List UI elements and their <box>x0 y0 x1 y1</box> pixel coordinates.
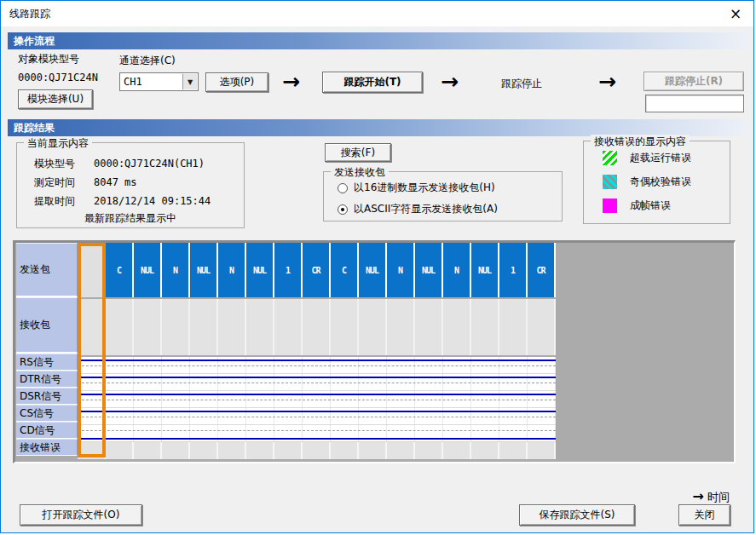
section-header-operation-flow: 操作流程 <box>8 32 748 49</box>
signal-dashed-reference <box>78 400 556 400</box>
send-packet-cell[interactable]: N <box>162 243 190 297</box>
signal-line-high <box>78 411 556 412</box>
send-packet-cell[interactable]: C <box>331 243 359 297</box>
send-packet-cell[interactable]: C <box>106 243 134 297</box>
target-module-label: 对象模块型号 <box>18 52 79 66</box>
cursor-column-cell[interactable] <box>78 243 106 297</box>
receive-packet-cell[interactable] <box>190 299 218 355</box>
signal-line-high <box>78 360 556 361</box>
close-button[interactable]: 关闭 <box>678 504 730 526</box>
receive-error-item: 奇偶校验错误 <box>603 175 691 189</box>
radio-button-icon[interactable] <box>338 204 348 215</box>
receive-packet-cell[interactable] <box>331 299 359 355</box>
send-packet-cell[interactable]: N <box>387 243 415 297</box>
packet-display-group-title: 发送接收包 <box>331 165 389 180</box>
signal-row-rs[interactable] <box>78 357 556 374</box>
options-button[interactable]: 选项(P) <box>205 72 268 92</box>
radio-hex-label: 以16进制数显示发送接收包(H) <box>354 181 495 195</box>
signal-dashed-reference <box>78 417 556 417</box>
receive-packet-cell[interactable] <box>415 299 443 355</box>
send-packet-cell[interactable]: 1 <box>499 243 528 297</box>
receive-packet-cell[interactable] <box>387 299 415 355</box>
receive-packet-cell[interactable] <box>246 299 274 355</box>
send-packet-cell[interactable]: NUL <box>415 243 443 297</box>
module-select-button[interactable]: 模块选择(U) <box>18 89 93 109</box>
signal-row-cd[interactable] <box>78 425 556 442</box>
row-label-receive-packet: 接收包 <box>16 297 78 354</box>
send-packet-cell[interactable]: CR <box>528 243 556 297</box>
chevron-down-icon[interactable]: ▼ <box>182 74 197 89</box>
receive-packet-cell[interactable] <box>499 299 528 355</box>
receive-error-item-label: 成帧错误 <box>630 198 671 213</box>
close-icon[interactable]: × <box>724 3 747 25</box>
line-trace-dialog: 线路跟踪 × 操作流程 对象模块型号 0000:QJ71C24N 模块选择(U)… <box>0 0 754 533</box>
receive-packet-cell[interactable] <box>274 299 303 355</box>
receive-packet-cell[interactable] <box>218 299 246 355</box>
trace-stop-text: 跟踪停止 <box>501 77 542 91</box>
signal-line-high <box>78 394 556 395</box>
signal-row-cs[interactable] <box>78 408 556 425</box>
signal-row-dtr[interactable] <box>78 374 556 391</box>
receive-error-item: 超载运行错误 <box>603 151 691 165</box>
send-packet-cell[interactable]: N <box>443 243 471 297</box>
row-label-signal: RS信号 <box>16 354 78 371</box>
receive-packet-cell[interactable] <box>106 299 134 355</box>
time-axis-arrow-icon: → <box>693 488 704 504</box>
signal-dashed-reference <box>78 430 556 431</box>
receive-packet-cell[interactable] <box>359 299 387 355</box>
packet-display-group: 发送接收包 以16进制数显示发送接收包(H) 以ASCII字符显示发送接收包(A… <box>323 171 563 221</box>
current-display-group-title: 当前显示内容 <box>24 136 92 151</box>
send-packet-cell[interactable]: 1 <box>274 243 303 297</box>
open-trace-file-button[interactable]: 打开跟踪文件(O) <box>20 504 142 526</box>
trace-stop-status-field[interactable] <box>645 95 744 112</box>
channel-select-label: 通道选择(C) <box>119 54 176 68</box>
receive-error-item: 成帧错误 <box>603 198 671 213</box>
latest-result-status-text: 最新跟踪结果显示中 <box>17 211 244 226</box>
row-label-send-packet: 发送包 <box>16 243 78 297</box>
receive-packet-cell[interactable] <box>528 299 556 355</box>
title-bar: 线路跟踪 × <box>1 1 753 26</box>
send-packet-cell[interactable]: NUL <box>246 243 274 297</box>
field-value: 8047 ms <box>94 176 137 188</box>
send-packet-cell[interactable]: N <box>218 243 246 297</box>
radio-button-icon[interactable] <box>338 183 348 193</box>
row-label-signal: CS信号 <box>16 405 78 422</box>
send-packet-cell[interactable]: NUL <box>359 243 387 297</box>
section-header-trace-result: 跟踪结果 <box>8 119 748 136</box>
flow-arrow-icon: → <box>441 73 457 90</box>
send-packet-cell[interactable]: NUL <box>190 243 218 297</box>
trace-stop-button[interactable]: 跟踪停止(R) <box>643 72 744 91</box>
radio-ascii-display[interactable]: 以ASCII字符显示发送接收包(A) <box>338 202 498 216</box>
signal-line-low <box>78 438 556 440</box>
receive-error-group-title: 接收错误的显示内容 <box>591 135 690 149</box>
cyan-stripes-swatch-icon <box>603 175 617 189</box>
trace-start-button[interactable]: 跟踪开始(T) <box>322 72 423 93</box>
receive-packet-cell[interactable] <box>303 299 331 355</box>
receive-packet-cell[interactable] <box>134 299 162 355</box>
search-button[interactable]: 搜索(F) <box>325 143 391 162</box>
send-packet-cell[interactable]: CR <box>303 243 331 297</box>
receive-packet-cell[interactable] <box>471 299 499 355</box>
send-packet-cell[interactable]: NUL <box>471 243 499 297</box>
radio-ascii-label: 以ASCII字符显示发送接收包(A) <box>354 202 498 216</box>
flow-arrow-icon: → <box>598 73 615 90</box>
send-packet-cell[interactable]: NUL <box>134 243 162 297</box>
signal-dashed-reference <box>78 365 556 366</box>
flow-arrow-icon: → <box>282 73 298 90</box>
receive-error-item-label: 奇偶校验错误 <box>630 175 691 189</box>
receive-packet-cell[interactable] <box>443 299 471 355</box>
channel-select-value: CH1 <box>124 76 142 88</box>
signal-row-dsr[interactable] <box>78 391 556 408</box>
channel-select-dropdown[interactable]: CH1 ▼ <box>119 72 199 91</box>
field-label: 模块型号 <box>34 157 94 171</box>
cursor-column-cell[interactable] <box>78 299 106 355</box>
trace-table-data-region[interactable]: CNULNNULNNUL1CRCNULNNULNNUL1CR <box>78 243 556 459</box>
receive-error-row[interactable] <box>78 442 556 459</box>
save-trace-file-button[interactable]: 保存跟踪文件(S) <box>519 504 635 526</box>
row-label-signal: CD信号 <box>16 422 78 439</box>
radio-hex-display[interactable]: 以16进制数显示发送接收包(H) <box>338 181 495 195</box>
green-stripes-swatch-icon <box>603 151 617 165</box>
signal-line-high <box>78 377 556 378</box>
field-label: 提取时间 <box>34 194 94 209</box>
receive-packet-cell[interactable] <box>162 299 190 355</box>
